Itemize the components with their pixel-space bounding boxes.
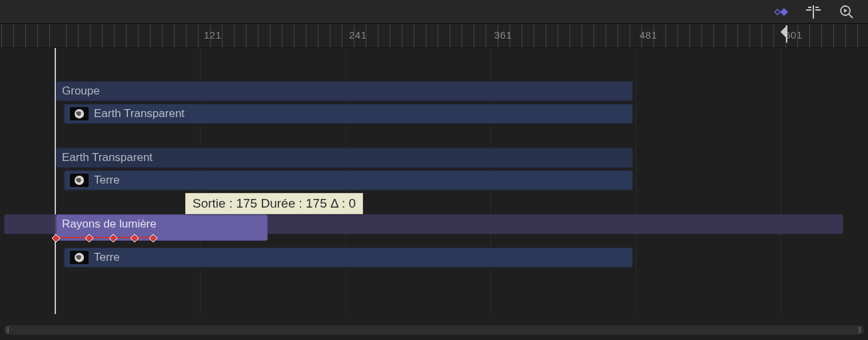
ruler-tick-label: 241 (349, 29, 367, 41)
clip-label: Terre (94, 251, 120, 264)
timeline-body: Groupe Earth Transparent Earth Transpare… (0, 48, 868, 314)
keyframe-marker[interactable] (52, 233, 60, 241)
svg-line-6 (849, 14, 853, 18)
ruler-tick-label: 121 (204, 29, 222, 41)
clip-label: Earth Transparent (94, 107, 185, 120)
earth-thumbnail-icon (70, 107, 89, 120)
ruler-tick-label: 481 (640, 29, 657, 41)
scroll-handle-left[interactable] (7, 327, 9, 333)
clip-bar[interactable]: Terre (64, 170, 633, 190)
range-end-marker[interactable] (779, 25, 789, 45)
earth-thumbnail-icon (70, 251, 89, 264)
timeline-toolbar (0, 0, 868, 24)
keyframe-marker[interactable] (149, 233, 157, 241)
group-bar[interactable]: Earth Transparent (56, 148, 633, 168)
clip-label: Terre (94, 174, 120, 187)
ruler-tick-label: 361 (494, 29, 512, 41)
timeline-ruler[interactable]: 121 241 361 481 601 (0, 24, 868, 48)
earth-thumbnail-icon (70, 174, 89, 187)
filter-label: Rayons de lumière (62, 218, 157, 231)
clip-bar[interactable]: Earth Transparent (64, 104, 633, 124)
timeline-marker-tool-icon[interactable] (804, 3, 823, 21)
group-bar[interactable]: Groupe (56, 81, 633, 101)
group-label: Groupe (62, 85, 100, 98)
keyframe-marker[interactable] (85, 233, 93, 241)
preview-tool-icon[interactable] (837, 3, 856, 21)
keyframe-marker[interactable] (131, 233, 139, 241)
clip-bar[interactable]: Terre (64, 248, 633, 267)
keyframe-marker[interactable] (109, 233, 117, 241)
keyframe-tool-icon[interactable] (771, 3, 789, 21)
keyframe-track[interactable] (0, 233, 868, 242)
scroll-handle-right[interactable] (859, 327, 861, 333)
horizontal-scrollbar[interactable] (4, 325, 864, 335)
trim-tooltip: Sortie : 175 Durée : 175 Δ : 0 (185, 193, 363, 214)
group-label: Earth Transparent (62, 151, 153, 164)
